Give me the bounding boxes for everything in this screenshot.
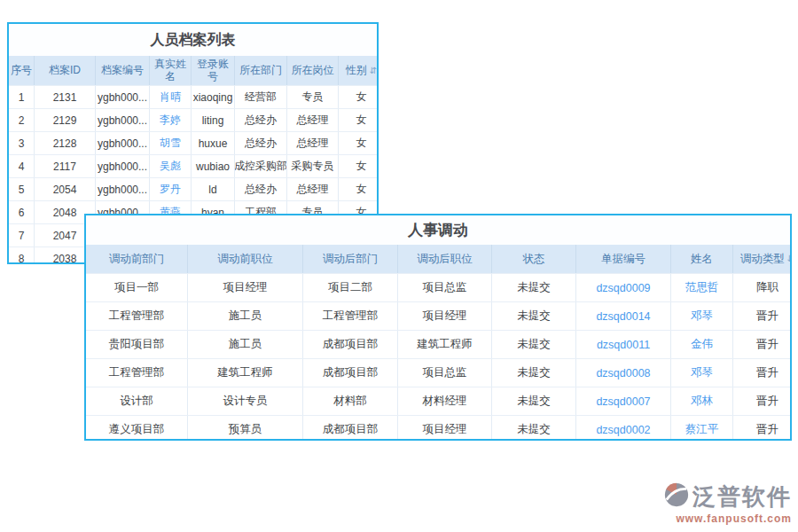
personnel-transfer-title: 人事调动 (86, 215, 790, 245)
cell: 未提交 (492, 274, 576, 301)
cell: 成都项目部 (303, 359, 398, 387)
cell-link[interactable]: 李婷 (150, 109, 192, 131)
cell-link[interactable]: 胡雪 (150, 132, 192, 154)
fanpu-logo-icon (663, 481, 690, 512)
table-row: 52054ygbh000...罗丹ld总经办总经理女 (9, 177, 377, 200)
cell-link[interactable]: 金伟 (671, 331, 733, 358)
cell: 经营部 (235, 86, 287, 108)
cell: 贵阳项目部 (86, 331, 188, 358)
table-row: 设计部设计专员材料部材料经理未提交dzsqd0007邓林晋升 (86, 387, 790, 415)
table-row: 项目一部项目经理项目二部项目总监未提交dzsqd0009范思哲降职 (86, 273, 790, 301)
cell: ld (192, 178, 235, 200)
sort-icon[interactable]: ⇵ (370, 66, 377, 75)
cell: 晋升 (733, 331, 792, 358)
column-header-label: 登录账号 (192, 59, 233, 83)
cell-link[interactable]: 罗丹 (150, 178, 192, 200)
cell-link[interactable]: 蔡江平 (671, 416, 733, 441)
personnel-transfer-body: 项目一部项目经理项目二部项目总监未提交dzsqd0009范思哲降职工程管理部施工… (86, 273, 790, 441)
cell: 采购专员 (287, 155, 339, 177)
cell: 2054 (35, 178, 96, 200)
cell-link[interactable]: dzsqd0011 (576, 331, 671, 358)
column-header-transfer-2: 调动后部门 (303, 245, 398, 273)
cell: liting (192, 109, 235, 131)
cell: 预算员 (188, 416, 303, 441)
cell: 晋升 (733, 359, 792, 387)
table-row: 22129ygbh000...李婷liting总经办总经理女 (9, 108, 377, 131)
column-header-files-5: 所在部门 (235, 56, 287, 85)
column-header-transfer-7[interactable]: 调动类型⇵ (733, 245, 792, 273)
cell: 施工员 (188, 331, 303, 358)
cell: 晋升 (733, 302, 792, 330)
cell: 未提交 (492, 416, 576, 441)
personnel-transfer-window: 人事调动 调动前部门调动前职位调动后部门调动后职位状态单据编号姓名调动类型⇵ 项… (84, 214, 792, 441)
personnel-files-header-row: 序号档案ID档案编号真实姓名登录账号所在部门所在岗位性别⇵ (9, 56, 377, 85)
cell-link[interactable]: 肖晴 (150, 86, 192, 108)
cell: 女 (339, 86, 379, 108)
cell: 施工员 (188, 302, 303, 330)
table-row: 工程管理部施工员工程管理部项目经理未提交dzsqd0014邓琴晋升 (86, 301, 790, 330)
column-header-transfer-6: 姓名 (671, 245, 733, 273)
cell: 2131 (35, 86, 96, 108)
cell: 未提交 (492, 302, 576, 330)
column-header-label: 所在部门 (239, 65, 282, 77)
column-header-transfer-3: 调动后职位 (398, 245, 492, 273)
cell-link[interactable]: 邓琴 (671, 359, 733, 387)
table-row: 遵义项目部预算员成都项目部项目经理未提交dzsqd0002蔡江平晋升 (86, 415, 790, 441)
cell-link[interactable]: dzsqd0002 (576, 416, 671, 441)
cell: wubiao (192, 155, 235, 177)
cell: 设计专员 (188, 387, 303, 415)
column-header-label: 调动类型 (740, 253, 785, 265)
cell-link[interactable]: dzsqd0008 (576, 359, 671, 387)
cell: 成都项目部 (303, 416, 398, 441)
cell: 总经办 (235, 132, 287, 154)
cell: xiaoqing (192, 86, 235, 108)
column-header-files-6: 所在岗位 (287, 56, 339, 85)
column-header-label: 姓名 (691, 253, 713, 265)
cell: 6 (9, 201, 35, 223)
column-header-files-7[interactable]: 性别⇵ (339, 56, 379, 85)
cell: 2117 (35, 155, 96, 177)
cell: 4 (9, 155, 35, 177)
column-header-files-0: 序号 (9, 56, 35, 85)
column-header-label: 调动前部门 (109, 253, 165, 265)
table-row: 32128ygbh000...胡雪huxue总经办总经理女 (9, 131, 377, 154)
cell: 材料部 (303, 387, 398, 415)
cell: 项目一部 (86, 274, 188, 301)
cell: 晋升 (733, 416, 792, 441)
cell: 降职 (733, 274, 792, 301)
column-header-label: 调动前职位 (217, 253, 273, 265)
cell-link[interactable]: dzsqd0014 (576, 302, 671, 330)
table-row: 42117ygbh000...吴彪wubiao成控采购部采购专员女 (9, 154, 377, 177)
personnel-transfer-header-row: 调动前部门调动前职位调动后部门调动后职位状态单据编号姓名调动类型⇵ (86, 245, 790, 273)
column-header-label: 档案编号 (101, 65, 144, 77)
cell-link[interactable]: dzsqd0007 (576, 387, 671, 415)
column-header-transfer-4: 状态 (492, 245, 576, 273)
cell: 1 (9, 86, 35, 108)
table-row: 12131ygbh000...肖晴xiaoqing经营部专员女 (9, 85, 377, 108)
cell-link[interactable]: 邓林 (671, 387, 733, 415)
cell-link[interactable]: 范思哲 (671, 274, 733, 301)
cell: 女 (339, 109, 379, 131)
sort-icon[interactable]: ⇵ (787, 254, 792, 263)
column-header-label: 所在岗位 (292, 65, 334, 77)
cell: 女 (339, 178, 379, 200)
column-header-label: 单据编号 (601, 253, 645, 265)
cell: 成都项目部 (303, 331, 398, 358)
column-header-label: 调动后部门 (323, 253, 379, 265)
column-header-files-1: 档案ID (35, 56, 96, 85)
column-header-label: 调动后职位 (417, 253, 473, 265)
cell: 项目二部 (303, 274, 398, 301)
cell: 2129 (35, 109, 96, 131)
cell: huxue (192, 132, 235, 154)
cell: 2 (9, 109, 35, 131)
column-header-label: 真实姓名 (151, 59, 190, 83)
cell: ygbh000... (96, 132, 150, 154)
cell: 工程管理部 (86, 359, 188, 387)
cell-link[interactable]: 吴彪 (150, 155, 192, 177)
cell-link[interactable]: dzsqd0009 (576, 274, 671, 301)
cell: 工程管理部 (86, 302, 188, 330)
cell: 遵义项目部 (86, 416, 188, 441)
cell-link[interactable]: 邓琴 (671, 302, 733, 330)
column-header-transfer-0: 调动前部门 (86, 245, 188, 273)
column-header-transfer-1: 调动前职位 (188, 245, 303, 273)
